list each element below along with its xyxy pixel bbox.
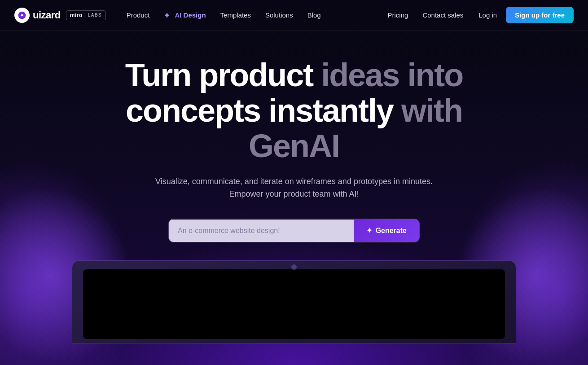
generate-label: Generate xyxy=(376,227,407,235)
hero-title-line1-white: Turn product xyxy=(125,57,313,93)
login-button[interactable]: Log in xyxy=(471,8,504,22)
nav-link-contact-sales[interactable]: Contact sales xyxy=(416,8,470,22)
ai-design-label: AI Design xyxy=(175,11,206,19)
nav-links-left: Product ✦ AI Design Templates Solutions … xyxy=(120,8,382,23)
ai-sparkle-icon: ✦ xyxy=(164,11,172,19)
prompt-input[interactable] xyxy=(169,220,354,242)
hero-title-line1-gray: ideas into xyxy=(321,57,463,93)
logo-icon xyxy=(14,8,30,23)
nav-link-pricing[interactable]: Pricing xyxy=(382,8,415,22)
nav-link-product[interactable]: Product xyxy=(120,8,156,22)
hero-title-line2-white: concepts instantly xyxy=(126,92,393,128)
navbar: uizard miro | LABS Product ✦ AI Design T… xyxy=(0,0,588,31)
nav-link-ai-design[interactable]: ✦ AI Design xyxy=(158,8,212,23)
hero-title: Turn product ideas into concepts instant… xyxy=(92,57,496,164)
logo-brand-text: uizard xyxy=(33,9,61,21)
generate-button[interactable]: ✦ Generate xyxy=(354,219,419,242)
nav-link-templates[interactable]: Templates xyxy=(214,8,257,22)
hero-subtitle: Visualize, communicate, and iterate on w… xyxy=(155,175,433,201)
nav-link-blog[interactable]: Blog xyxy=(301,8,327,22)
labs-text: LABS xyxy=(88,13,101,18)
laptop-mockup xyxy=(72,260,516,343)
signup-button[interactable]: Sign up for free xyxy=(506,7,574,23)
laptop-camera xyxy=(291,264,297,270)
nav-link-solutions[interactable]: Solutions xyxy=(259,8,299,22)
hero-section: Turn product ideas into concepts instant… xyxy=(0,31,588,343)
prompt-search-bar: ✦ Generate xyxy=(168,219,420,242)
generate-sparkle-icon: ✦ xyxy=(366,226,372,235)
uizard-logo[interactable]: uizard xyxy=(14,8,61,23)
miro-badge: miro | LABS xyxy=(66,10,106,20)
laptop-screen xyxy=(83,269,505,339)
nav-links-right: Pricing Contact sales Log in Sign up for… xyxy=(382,7,574,23)
nav-logo: uizard miro | LABS xyxy=(14,8,106,23)
laptop-frame xyxy=(72,260,516,343)
miro-text: miro xyxy=(70,12,83,18)
